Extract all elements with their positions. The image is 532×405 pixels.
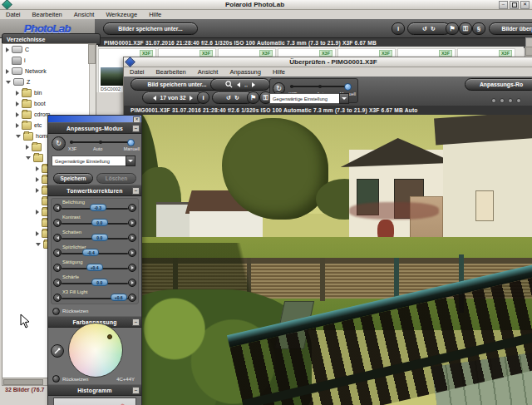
slider-left-arrow[interactable] [53,264,62,272]
save-button[interactable]: Speichern [53,173,93,184]
slider-right-arrow[interactable] [128,294,136,302]
color-wheel-marker[interactable] [107,334,112,339]
rotate-left-icon[interactable]: ↺ [226,95,231,101]
mode-label-x3f[interactable]: X3F [68,146,76,151]
collapse-icon[interactable]: – [132,125,140,132]
slider-handle[interactable]: 0.0 [91,279,108,286]
mode-reset-icon[interactable]: ↻ [52,136,66,151]
tree-item-i[interactable]: i [2,55,96,66]
tree-item-boot[interactable]: boot [2,98,96,109]
zoom-in-icon[interactable] [252,82,255,87]
mode-slider-track[interactable] [290,86,351,87]
tree-item-c[interactable]: C [2,44,96,55]
expand-icon[interactable] [36,210,39,215]
slider-handle[interactable]: 0.0 [91,234,108,241]
tree-item-bin[interactable]: bin [2,87,96,98]
preset-dropdown[interactable]: Gegenwärtige Einstellung [269,93,343,104]
slider-left-arrow[interactable] [53,219,62,227]
slider-handle[interactable]: +0.6 [111,294,127,301]
next-image-icon[interactable] [190,96,193,101]
panel-titlebar[interactable]: ✕ [48,116,141,122]
rotate-left-icon[interactable]: ↺ [422,26,427,32]
eyedropper-icon[interactable] [51,344,64,358]
info-icon[interactable]: i [197,91,209,104]
scroll-up-icon[interactable] [525,47,532,56]
mode-label-auto[interactable]: Auto [93,146,102,151]
mode-slider-handle[interactable] [344,83,352,91]
rw-menu-datei[interactable]: Datei [124,68,150,76]
expand-icon[interactable] [36,177,39,182]
adjust-rotation-button[interactable]: Anpassungs-Ro [465,78,532,91]
reset-button[interactable] [52,375,60,383]
rw-menu-anpassung[interactable]: Anpassung [224,68,267,76]
review-images-button[interactable]: Bilder überprüfen [489,22,532,35]
collapse-icon[interactable]: – [132,187,140,195]
expand-icon[interactable] [36,188,39,193]
rotate-right-icon[interactable]: ↻ [431,26,436,32]
zoom-out-icon[interactable] [237,82,240,87]
rw-menu-hilfe[interactable]: Hilfe [267,68,291,76]
preset-dropdown-button[interactable] [126,156,135,166]
menu-werkzeuge[interactable]: Werkzeuge [100,11,143,18]
flag-icon[interactable]: ⚑ [446,22,459,35]
slider-right-arrow[interactable] [128,249,136,257]
flag-icon[interactable]: ⚑ [247,91,259,104]
rotate-right-icon[interactable]: ↻ [234,95,239,101]
maximize-icon[interactable] [510,1,519,9]
slider-right-arrow[interactable] [128,204,136,212]
close-icon[interactable]: ✕ [520,1,530,9]
zoom-controls[interactable]: ‥ [210,78,270,91]
menu-datei[interactable]: Datei [0,11,27,18]
slider-right-arrow[interactable] [128,234,136,242]
menu-bearbeiten[interactable]: Bearbeiten [27,11,68,18]
collapse-icon[interactable] [26,156,31,160]
minimize-icon[interactable]: – [499,1,508,9]
slider-left-arrow[interactable] [53,294,62,302]
prev-image-icon[interactable] [153,96,156,101]
magnifier-icon[interactable] [225,81,233,88]
collapse-icon[interactable]: – [132,387,140,394]
tree-item-network[interactable]: Network [2,66,96,77]
expand-icon[interactable] [26,145,29,150]
menu-ansicht[interactable]: Ansicht [68,11,101,18]
expand-icon[interactable] [16,91,19,96]
slider-handle[interactable]: -0.3 [90,204,106,211]
expand-icon[interactable] [6,47,9,52]
tree-item-z[interactable]: Z [2,77,96,87]
expand-icon[interactable] [6,69,9,74]
collapse-icon[interactable] [36,243,41,246]
save-images-button[interactable]: Bilder speichern unter... [103,22,198,35]
expand-icon[interactable] [16,101,19,106]
expand-icon[interactable] [36,231,39,236]
slider-left-arrow[interactable] [53,249,62,257]
expand-icon[interactable] [36,166,39,171]
main-titlebar[interactable]: Polaroid PhotoLab – ✕ [0,0,532,10]
reset-label[interactable]: Rücksetzen [62,377,88,382]
protect-icon[interactable]: § [472,22,485,35]
key-icon[interactable]: ⚿ [459,22,472,35]
slider-right-arrow[interactable] [128,279,136,287]
slider-handle[interactable]: +0.4 [86,264,103,271]
tree-scroll-thumb[interactable] [88,44,96,64]
preset-dropdown-button[interactable] [339,93,349,104]
expand-icon[interactable] [16,112,19,117]
collapse-icon[interactable] [6,81,11,84]
reset-button[interactable] [52,308,60,315]
color-wheel[interactable] [68,323,123,378]
review-titlebar[interactable]: Überprüfen - PIMG0001.X3F [124,57,532,67]
preset-dropdown[interactable]: Gegenwärtige Einstellung [52,156,129,166]
slider-right-arrow[interactable] [128,219,136,227]
delete-button[interactable]: Löschen [96,173,136,184]
collapse-icon[interactable] [16,135,21,138]
slider-left-arrow[interactable] [53,234,62,242]
image-nav[interactable]: 17 von 32 [142,91,204,104]
rotate-buttons[interactable]: ↺ ↻ [407,22,451,35]
slider-right-arrow[interactable] [128,264,136,272]
mode-label-manuell[interactable]: Manuell [124,146,140,151]
slider-left-arrow[interactable] [53,279,62,287]
info-icon[interactable]: i [392,22,405,35]
reset-label[interactable]: Rücksetzen [62,309,88,314]
panel-mode-handle[interactable] [127,139,135,146]
panel-mode-track[interactable] [70,141,133,143]
rw-menu-ansicht[interactable]: Ansicht [192,68,224,76]
